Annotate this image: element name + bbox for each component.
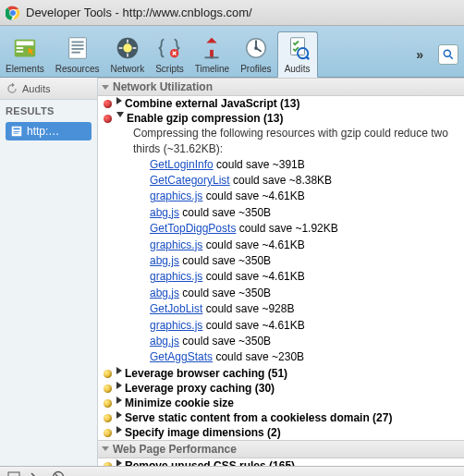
audit-css[interactable]: Remove unused CSS rules (165) xyxy=(98,458,464,466)
tab-elements[interactable]: Elements xyxy=(0,32,50,77)
audit-combine-js[interactable]: Combine external JavaScript (13) xyxy=(98,96,464,111)
gzip-file-item: GetCategoryList could save ~8.38KB xyxy=(150,173,464,189)
tab-scripts[interactable]: Scripts xyxy=(150,32,189,77)
svg-rect-23 xyxy=(14,128,20,130)
audit-gzip[interactable]: Enable gzip compression (13) xyxy=(98,111,464,126)
svg-point-18 xyxy=(254,46,258,50)
overflow-button[interactable]: » xyxy=(407,47,433,62)
section-network-utilization[interactable]: Network Utilization xyxy=(98,78,464,96)
svg-rect-6 xyxy=(16,50,23,52)
resource-link[interactable]: GetTopDiggPosts xyxy=(150,222,236,235)
svg-rect-4 xyxy=(16,41,33,45)
toolbar: Elements Resources Network Scripts Timel… xyxy=(0,26,464,78)
svg-rect-8 xyxy=(71,41,83,43)
sidebar: Audits RESULTS http:… xyxy=(0,78,98,466)
resource-link[interactable]: GetCategoryList xyxy=(150,174,230,187)
arrow-down-icon xyxy=(102,85,109,90)
gzip-file-item: abg.js could save ~350B xyxy=(150,205,464,221)
svg-rect-16 xyxy=(205,56,219,58)
severity-yellow-icon xyxy=(104,399,112,408)
svg-point-21 xyxy=(444,50,450,56)
gzip-description: Compressing the following resources with… xyxy=(98,126,464,157)
severity-red-icon xyxy=(104,100,112,108)
title-bar: Developer Tools - http://www.cnblogs.com… xyxy=(0,0,464,26)
resource-link[interactable]: GetAggStats xyxy=(150,350,213,363)
audit-cookie[interactable]: Minimize cookie size xyxy=(98,396,464,410)
svg-rect-10 xyxy=(71,48,83,50)
svg-rect-26 xyxy=(8,472,19,477)
page-icon xyxy=(10,125,23,138)
console-button[interactable] xyxy=(26,469,46,477)
expand-icon xyxy=(116,97,122,104)
statusbar xyxy=(0,466,464,476)
reload-icon xyxy=(6,82,18,95)
clear-button[interactable] xyxy=(48,469,68,477)
severity-red-icon xyxy=(104,115,112,123)
search-button[interactable] xyxy=(438,44,458,65)
main: Audits RESULTS http:… Network Utilizatio… xyxy=(0,78,464,466)
gzip-file-item: abg.js could save ~350B xyxy=(150,253,464,269)
resource-link[interactable]: abg.js xyxy=(150,254,179,267)
audit-img-dim[interactable]: Specify image dimensions (2) xyxy=(98,425,464,440)
gzip-file-item: graphics.js could save ~4.61KB xyxy=(150,269,464,285)
expand-icon xyxy=(116,426,122,433)
gzip-file-list: GetLoginInfo could save ~391BGetCategory… xyxy=(98,157,464,366)
svg-point-1 xyxy=(10,10,16,16)
resource-link[interactable]: graphics.js xyxy=(150,189,202,202)
arrow-down-icon xyxy=(102,446,109,451)
window-title: Developer Tools - http://www.cnblogs.com… xyxy=(26,6,252,19)
gzip-file-item: abg.js could save ~350B xyxy=(150,334,464,349)
resource-link[interactable]: abg.js xyxy=(150,335,179,348)
resource-link[interactable]: abg.js xyxy=(150,287,179,299)
resource-link[interactable]: GetLoginInfo xyxy=(150,158,214,171)
gzip-file-item: GetTopDiggPosts could save ~1.92KB xyxy=(150,221,464,237)
audit-browser-cache[interactable]: Leverage browser caching (51) xyxy=(98,366,464,381)
audit-content[interactable]: Network Utilization Combine external Jav… xyxy=(98,78,464,466)
chrome-icon xyxy=(6,6,20,20)
svg-rect-9 xyxy=(71,44,83,46)
resource-link[interactable]: graphics.js xyxy=(150,270,202,283)
dock-button[interactable] xyxy=(4,469,24,477)
gzip-file-item: GetJobList could save ~928B xyxy=(150,301,464,317)
severity-yellow-icon xyxy=(104,384,112,393)
results-label: RESULTS xyxy=(0,100,97,118)
expand-icon xyxy=(116,397,122,404)
svg-rect-5 xyxy=(16,47,23,49)
severity-yellow-icon xyxy=(104,414,112,422)
expand-icon xyxy=(116,459,122,466)
expand-icon xyxy=(116,367,122,374)
section-web-performance[interactable]: Web Page Performance xyxy=(98,440,464,458)
gzip-file-item: GetAggStats could save ~230B xyxy=(150,349,464,365)
resource-link[interactable]: graphics.js xyxy=(150,238,202,251)
gzip-file-item: graphics.js could save ~4.61KB xyxy=(150,189,464,204)
tab-profiles[interactable]: Profiles xyxy=(235,32,276,77)
tab-timeline[interactable]: Timeline xyxy=(189,32,235,77)
expand-icon xyxy=(116,382,122,389)
audit-proxy-cache[interactable]: Leverage proxy caching (30) xyxy=(98,381,464,396)
gzip-file-item: abg.js could save ~350B xyxy=(150,286,464,301)
severity-yellow-icon xyxy=(104,462,112,466)
resource-link[interactable]: GetJobList xyxy=(150,302,202,315)
severity-yellow-icon xyxy=(104,429,112,437)
gzip-file-item: graphics.js could save ~4.61KB xyxy=(150,318,464,334)
svg-rect-24 xyxy=(14,131,20,132)
tab-resources[interactable]: Resources xyxy=(50,32,105,77)
sidebar-header[interactable]: Audits xyxy=(0,78,97,100)
gzip-file-item: GetLoginInfo could save ~391B xyxy=(150,157,464,173)
gzip-file-item: graphics.js could save ~4.61KB xyxy=(150,238,464,253)
svg-rect-11 xyxy=(71,51,79,53)
svg-point-13 xyxy=(123,43,131,52)
result-item[interactable]: http:… xyxy=(6,122,92,140)
tab-network[interactable]: Network xyxy=(105,32,151,77)
collapse-icon xyxy=(116,112,124,117)
audit-cookieless[interactable]: Serve static content from a cookieless d… xyxy=(98,410,464,425)
svg-rect-25 xyxy=(14,133,18,134)
tab-audits[interactable]: Audits xyxy=(277,31,318,78)
resource-link[interactable]: abg.js xyxy=(150,206,179,219)
expand-icon xyxy=(116,411,122,419)
resource-link[interactable]: graphics.js xyxy=(150,319,202,332)
severity-yellow-icon xyxy=(104,370,112,378)
